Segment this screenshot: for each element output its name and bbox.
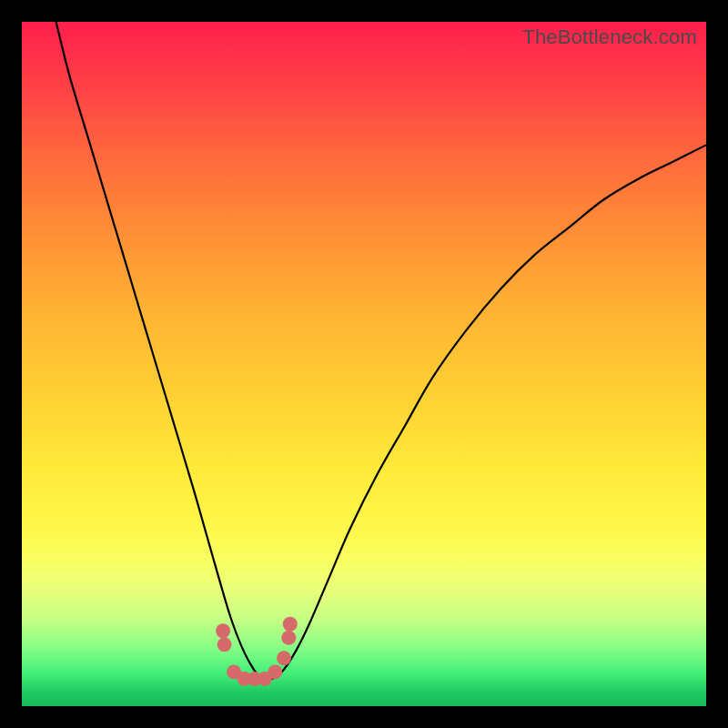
data-point (277, 651, 291, 665)
chart-frame: TheBottleneck.com (0, 0, 728, 728)
data-point (283, 617, 298, 632)
data-point (217, 637, 232, 652)
curve-overlay (22, 22, 706, 706)
plot-area: TheBottleneck.com (22, 22, 706, 706)
curve-line (56, 22, 706, 680)
data-point (268, 664, 282, 679)
data-point (281, 631, 296, 645)
data-point (216, 623, 230, 638)
